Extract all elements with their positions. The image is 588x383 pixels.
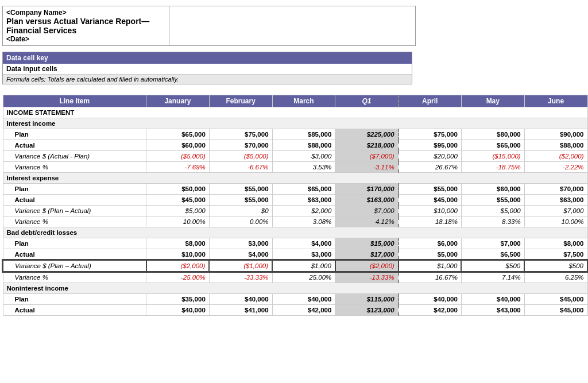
table-row: Actual$40,000$41,000$42,000$123,000$42,0… [3, 305, 587, 316]
col-header-lineitem: Line item [3, 95, 146, 107]
header-right [169, 6, 415, 45]
table-row: Variance $ (Plan – Actual)$5,000$0$2,000… [3, 206, 587, 216]
key-input-label: Data input cells [3, 64, 412, 75]
table-row: Variance %10.00%0.00%3.08%4.12%18.18%8.3… [3, 216, 587, 227]
table-row: Actual$60,000$70,000$88,000$218,000$95,0… [3, 140, 587, 151]
col-header-apr: April [399, 95, 462, 107]
col-header-feb: February [209, 95, 272, 107]
table-row: Variance %-25.00%-33.33%25.00%-13.33%16.… [3, 272, 587, 283]
subsection-header: Interest expense [3, 173, 587, 184]
company-name: <Company Name> [6, 9, 165, 17]
col-header-may: May [461, 95, 524, 107]
table-row: Plan$8,000$3,000$4,000$15,000$6,000$7,00… [3, 238, 587, 249]
table-row: Variance $ (Plan – Actual)($2,000)($1,00… [3, 260, 587, 272]
variance-table: Line item January February March Q1 Apri… [2, 95, 588, 316]
report-title: Plan versus Actual Variance Report—Finan… [6, 17, 165, 35]
table-row: Variance $ (Actual - Plan)($5,000)($5,00… [3, 151, 587, 162]
income-statement-header: INCOME STATEMENT [3, 107, 587, 118]
col-header-mar: March [272, 95, 335, 107]
subsection-header: Interest income [3, 118, 587, 129]
col-header-jun: June [524, 95, 587, 107]
table-row: Actual$45,000$55,000$63,000$163,000$45,0… [3, 195, 587, 206]
header-left: <Company Name> Plan versus Actual Varian… [3, 6, 169, 45]
key-title: Data cell key [3, 52, 412, 64]
table-row: Actual$10,000$4,000$3,000$17,000$5,000$6… [3, 249, 587, 261]
col-header-jan: January [146, 95, 210, 107]
col-header-q1: Q1 [335, 95, 399, 107]
report-date: <Date> [6, 35, 165, 43]
key-section: Data cell key Data input cells Formula c… [2, 52, 412, 84]
header-section: <Company Name> Plan versus Actual Varian… [2, 6, 416, 46]
table-row: Variance %-7.69%-6.67%3.53%-3.11%26.67%-… [3, 162, 587, 173]
page: <Company Name> Plan versus Actual Varian… [0, 0, 588, 316]
table-row: Plan$65,000$75,000$85,000$225,000$75,000… [3, 129, 587, 140]
table-row: Plan$50,000$55,000$65,000$170,000$55,000… [3, 184, 587, 195]
key-formula-label: Formula cells: Totals are calculated and… [3, 75, 412, 84]
subsection-header: Noninterest income [3, 283, 587, 294]
table-row: Plan$35,000$40,000$40,000$115,000$40,000… [3, 294, 587, 305]
subsection-header: Bad debt/credit losses [3, 227, 587, 238]
column-header-row: Line item January February March Q1 Apri… [3, 95, 587, 107]
